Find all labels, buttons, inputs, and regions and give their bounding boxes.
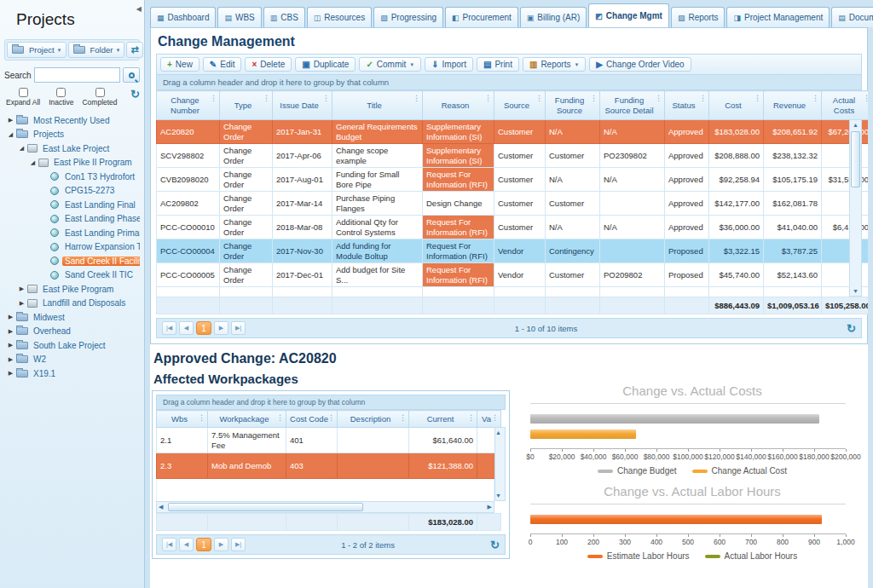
group-by-bar[interactable]: Drag a column header and drop it here to… [156,75,862,90]
column-header-status[interactable]: Status⋮ [665,91,709,120]
column-menu-icon[interactable]: ⋮ [263,94,270,103]
sync-button[interactable]: ⇄ [126,42,142,58]
tree-expander-icon[interactable]: ▶ [6,117,15,124]
inactive-checkbox[interactable]: Inactive [49,88,73,107]
tree-item-east-landing-phase-iii[interactable]: East Landing Phase III [4,212,140,227]
column-header-va[interactable]: Va⋮ [477,411,501,428]
wp-group-by-bar[interactable]: Drag a column header and drop it here to… [156,395,506,410]
tree-expander-icon[interactable]: ▶ [17,285,26,292]
tab-cbs[interactable]: ▥CBS [263,7,305,27]
scroll-up-icon[interactable]: ▲ [495,428,505,437]
column-menu-icon[interactable]: ⋮ [754,94,761,103]
column-header-funding-source[interactable]: Funding Source⋮ [546,91,600,120]
tree-item-cpg15-2273[interactable]: CPG15-2273 [4,184,140,199]
column-header-source[interactable]: Source⋮ [494,91,546,120]
column-header-cost-code[interactable]: Cost Code⋮ [286,411,338,428]
tree-item-harrow-expansion-t2[interactable]: Harrow Expansion T2 [4,240,140,255]
tree-item-projects[interactable]: ◢Projects [4,128,140,142]
column-menu-icon[interactable]: ⋮ [210,94,217,103]
column-menu-icon[interactable]: ⋮ [863,94,868,103]
refresh-tree-icon[interactable]: ↻ [130,88,140,101]
column-menu-icon[interactable]: ⋮ [484,94,492,103]
tree-expander-icon[interactable]: ▶ [6,370,15,377]
search-button[interactable] [123,67,140,83]
tree-item-east-lake-project[interactable]: ◢East Lake Project [4,141,140,156]
tab-wbs[interactable]: ▤WBS [217,7,261,27]
tree-expander-icon[interactable]: ▶ [6,314,15,320]
duplicate-button[interactable]: ▣Duplicate [295,57,356,72]
tab-documents[interactable]: ▤Documents [831,7,873,27]
change-order-video-button[interactable]: ▶Change Order Video [589,57,691,72]
column-header-issue-date[interactable]: Issue Date⋮ [273,91,332,120]
last-page-icon[interactable]: ▶| [231,538,246,551]
tab-procurement[interactable]: ◧Procurement [445,7,518,27]
column-menu-icon[interactable]: ⋮ [399,413,407,423]
column-menu-icon[interactable]: ⋮ [812,94,819,103]
vertical-scrollbar[interactable]: ▲ ▼ [849,119,862,297]
tree-item-x19-1[interactable]: ▶X19.1 [4,366,140,381]
tree-expander-icon[interactable]: ▶ [6,356,15,363]
column-menu-icon[interactable]: ⋮ [276,413,284,423]
table-row[interactable]: AC209802Change Order2017-Mar-14Purchase … [157,192,869,216]
inactive-checkbox-input[interactable] [56,88,66,97]
tree-item-east-landing-primary[interactable]: East Landing Primary [4,226,140,240]
project-dropdown-button[interactable]: Project ▼ [7,42,66,58]
tree-expander-icon[interactable]: ▶ [17,300,26,307]
tab-reports[interactable]: ▨Reports [671,7,726,27]
table-row[interactable]: PCC-CO00010Change Order2018-Mar-08Additi… [157,216,869,239]
first-page-icon[interactable]: |◀ [162,321,176,335]
tree-item-landfill-and-disposals[interactable]: ▶Landfill and Disposals [4,297,140,311]
scrollbar-thumb[interactable] [851,131,860,187]
column-menu-icon[interactable]: ⋮ [491,413,499,423]
tab-billing-ar[interactable]: ▣Billing (AR) [520,7,587,27]
column-header-wbs[interactable]: Wbs⋮ [157,411,208,428]
sidebar-collapse-icon[interactable]: ◀ [136,5,142,13]
folder-dropdown-button[interactable]: Folder ▼ [68,42,125,58]
tree-expander-icon[interactable]: ◢ [17,145,26,152]
completed-checkbox-input[interactable] [95,88,105,97]
current-page-button[interactable]: 1 [196,538,211,551]
tree-item-sand-creek-ii-tic[interactable]: Sand Creek II TIC [4,268,140,283]
tree-item-east-landing-final[interactable]: East Landing Final [4,198,140,212]
next-page-icon[interactable]: ▶ [214,321,228,335]
expand-all-checkbox-input[interactable] [19,88,28,97]
column-menu-icon[interactable]: ⋮ [590,94,598,103]
column-menu-icon[interactable]: ⋮ [413,94,420,103]
tree-item-most-recently-used[interactable]: ▶Most Recently Used [4,113,140,128]
current-page-button[interactable]: 1 [196,321,211,335]
column-header-workpackage[interactable]: Workpackage⋮ [208,411,286,428]
reports-button[interactable]: ▥Reports▼ [523,57,586,72]
scroll-up-icon[interactable]: ▲ [850,120,861,130]
column-header-reason[interactable]: Reason⋮ [423,91,494,120]
column-menu-icon[interactable]: ⋮ [322,94,330,103]
horizontal-scrollbar[interactable]: ◀ ▶ [156,501,494,513]
first-page-icon[interactable]: |◀ [162,538,176,551]
tree-item-sand-creek-ii-facility[interactable]: Sand Creek II Facility [4,254,140,268]
edit-button[interactable]: ✎Edit [203,57,242,72]
table-row[interactable]: CVB2098020Change Order2017-Aug-01Funding… [157,168,869,192]
column-menu-icon[interactable]: ⋮ [535,94,543,103]
tree-item-south-lake-project[interactable]: ▶South Lake Project [4,338,140,353]
table-row[interactable]: AC20820Change Order2017-Jan-31General Re… [157,120,869,144]
table-row[interactable]: PCC-CO00005Change Order2017-Dec-01Add bu… [157,263,869,287]
tree-expander-icon[interactable]: ◢ [6,131,15,138]
tab-dashboard[interactable]: ▦Dashboard [150,7,216,27]
column-header-cost[interactable]: Cost⋮ [709,91,764,120]
column-menu-icon[interactable]: ⋮ [198,413,205,423]
tab-project-management[interactable]: ◨Project Management [726,7,830,27]
column-header-current[interactable]: Current⋮ [409,411,477,428]
tree-item-w2[interactable]: ▶W2 [4,353,140,367]
search-input[interactable] [34,67,120,83]
completed-checkbox[interactable]: Completed [82,88,117,107]
expand-all-checkbox[interactable]: Expand All [6,88,40,107]
scroll-right-icon[interactable]: ▶ [488,504,492,510]
scroll-down-icon[interactable]: ▼ [850,286,861,296]
tree-item-con1-t3-hydrofort[interactable]: Con1 T3 Hydrofort [4,170,140,184]
last-page-icon[interactable]: ▶| [231,321,246,335]
import-button[interactable]: ⇓Import [425,57,473,72]
column-header-type[interactable]: Type⋮ [220,91,273,120]
tree-expander-icon[interactable]: ▶ [6,342,15,349]
column-header-actual-costs[interactable]: Actual Costs⋮ [822,91,869,120]
new-button[interactable]: +New [160,57,199,72]
tab-progressing[interactable]: ▧Progressing [373,7,443,27]
